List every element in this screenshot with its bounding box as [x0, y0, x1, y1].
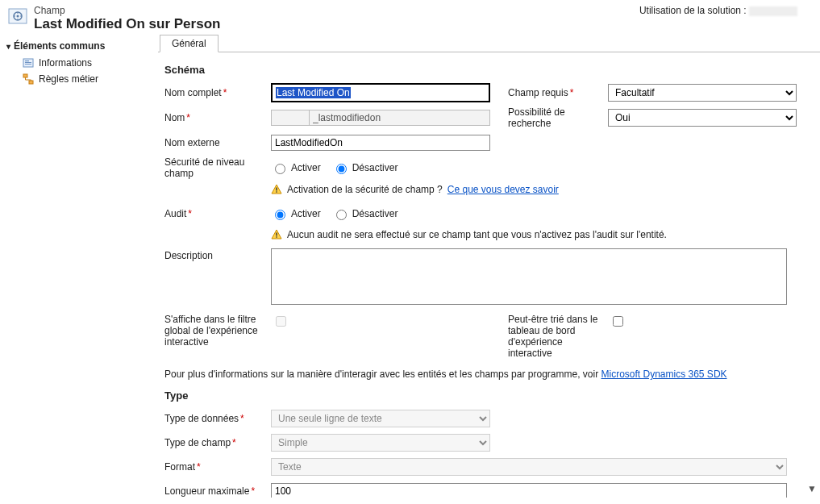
security-label: Sécurité de niveau champ — [164, 156, 244, 179]
section-type: Type — [164, 389, 804, 402]
name-label: Nom — [164, 112, 185, 123]
sdk-note: Pour plus d'informations sur la manière … — [164, 369, 804, 380]
svg-rect-12 — [29, 81, 33, 84]
data-type-select: Une seule ligne de texte — [271, 410, 490, 427]
searchable-select[interactable]: Oui — [608, 109, 797, 127]
svg-rect-16 — [276, 236, 277, 237]
chevron-down-icon: ▾ — [6, 42, 10, 51]
sortable-checkbox[interactable] — [613, 316, 623, 327]
form-scroll[interactable]: Schéma Nom complet* Last Modified On Cha… — [158, 52, 820, 498]
svg-rect-11 — [23, 74, 27, 77]
section-schema: Schéma — [164, 64, 804, 76]
header-type: Champ — [34, 5, 639, 16]
sdk-link[interactable]: Microsoft Dynamics 365 SDK — [601, 369, 727, 380]
data-type-label: Type de données — [164, 413, 239, 424]
external-name-input[interactable] — [271, 135, 490, 151]
field-type-label: Type de champ — [164, 437, 231, 448]
format-select: Texte — [271, 458, 787, 476]
tab-bar: Général — [158, 32, 820, 52]
global-filter-checkbox — [276, 316, 286, 327]
sidebar-item-label: Règles métier — [39, 73, 98, 85]
audit-enable[interactable]: Activer — [271, 207, 321, 220]
display-name-label: Nom complet — [164, 87, 222, 98]
audit-warning: Aucun audit ne sera effectué sur ce cham… — [271, 229, 804, 240]
svg-rect-15 — [276, 233, 277, 236]
scroll-down-icon[interactable]: ▼ — [807, 483, 817, 494]
searchable-label: Possibilité de recherche — [508, 106, 565, 129]
svg-rect-14 — [276, 191, 277, 192]
field-icon — [6, 5, 29, 27]
field-type-select: Simple — [271, 434, 490, 452]
solution-usage: Utilisation de la solution : — [639, 5, 814, 16]
sortable-label: Peut-être trié dans le tableau de bord d… — [508, 314, 597, 359]
svg-point-2 — [17, 15, 19, 18]
svg-rect-9 — [25, 62, 31, 63]
requirement-select[interactable]: Facultatif — [608, 84, 797, 102]
max-length-input[interactable] — [271, 483, 787, 498]
warning-icon — [271, 184, 282, 195]
sidebar-item-label: Informations — [39, 57, 92, 69]
external-name-label: Nom externe — [164, 137, 220, 148]
sidebar-root[interactable]: ▾ Éléments communs — [5, 39, 158, 55]
max-length-label: Longueur maximale — [164, 485, 249, 497]
security-warning: Activation de la sécurité de champ ? Ce … — [271, 184, 804, 195]
svg-rect-13 — [276, 188, 277, 191]
audit-disable[interactable]: Désactiver — [332, 207, 398, 220]
sidebar: ▾ Éléments communs Informations Règles m… — [0, 32, 158, 498]
security-warning-link[interactable]: Ce que vous devez savoir — [447, 184, 559, 195]
format-label: Format — [164, 461, 195, 473]
warning-icon — [271, 229, 282, 240]
svg-rect-8 — [25, 60, 29, 61]
audit-label: Audit — [164, 208, 186, 219]
tab-general[interactable]: Général — [160, 35, 219, 52]
flow-icon — [23, 73, 34, 85]
name-input — [309, 110, 490, 126]
page-title: Last Modified On sur Person — [34, 16, 639, 32]
description-textarea[interactable] — [271, 248, 787, 305]
description-label: Description — [164, 250, 213, 261]
global-filter-label: S'affiche dans le filtre global de l'exp… — [164, 314, 258, 348]
sidebar-item-business-rules[interactable]: Règles métier — [5, 71, 158, 87]
requirement-label: Champ requis — [508, 87, 568, 98]
name-prefix-input — [271, 110, 310, 126]
svg-rect-10 — [25, 64, 31, 65]
display-name-input[interactable]: Last Modified On — [271, 83, 490, 102]
sidebar-item-informations[interactable]: Informations — [5, 55, 158, 71]
security-disable[interactable]: Désactiver — [332, 161, 398, 174]
security-enable[interactable]: Activer — [271, 161, 321, 174]
info-icon — [23, 57, 34, 69]
